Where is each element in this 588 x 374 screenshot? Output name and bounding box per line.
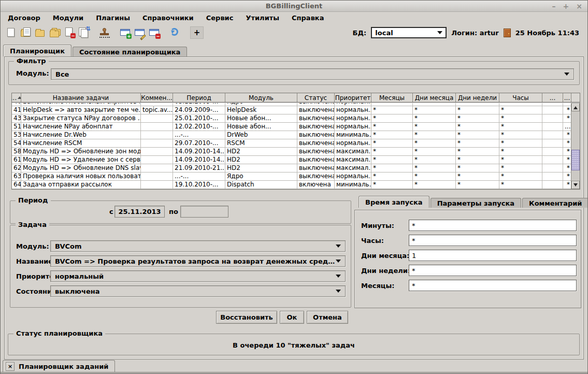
column-header-3[interactable]: Период (173, 93, 225, 102)
main-tab-0[interactable]: Планировщик (3, 45, 71, 56)
minimize-button[interactable]: – (552, 3, 556, 10)
schedule-tab-0[interactable]: Время запуска (358, 196, 429, 208)
paste-document-icon[interactable]: ⇅ (77, 26, 91, 39)
table-cell: * (563, 164, 571, 172)
table-cell: 19.10.2010-... (173, 181, 225, 189)
table-cell: * (371, 181, 413, 189)
table-row[interactable]: 51Начисление NPay абонплат12.02.2010-...… (12, 123, 571, 131)
ok-button[interactable]: Ок (280, 311, 304, 324)
stamp-icon[interactable] (98, 26, 111, 39)
new-document-icon[interactable] (5, 26, 18, 39)
delete-window-icon[interactable]: − (148, 26, 161, 39)
table-row[interactable]: 63Проверка наличия новых пользоват......… (12, 172, 571, 181)
column-header-1[interactable]: Название задачи (21, 93, 141, 102)
maximize-button[interactable]: + (563, 3, 569, 10)
table-cell: * (563, 181, 571, 189)
schedule-field-input-1[interactable]: * (409, 235, 577, 246)
table-cell: максимал... (335, 164, 371, 172)
close-button[interactable]: × (576, 3, 582, 10)
table-scrollbar[interactable] (571, 103, 580, 189)
table-row[interactable]: 62Модуль HD => Обновление DNS slav...21.… (12, 164, 571, 172)
scrollbar-thumb[interactable] (571, 150, 580, 170)
menu-item-1[interactable]: Модули (47, 13, 90, 23)
menu-item-3[interactable]: Справочники (136, 13, 200, 23)
table-cell: * (456, 156, 499, 164)
copy-document-icon[interactable] (19, 26, 33, 39)
toolbar: −⇅+− + БД: local Логин: artur 25 Ноябрь … (1, 24, 587, 41)
schedule-field-input-2[interactable]: 1 (409, 250, 577, 261)
schedule-tab-1[interactable]: Параметры запуска (431, 198, 521, 208)
period-from-field[interactable]: 25.11.2013 (114, 206, 165, 218)
table-cell (141, 114, 173, 123)
table-cell: Задача отправки рассылок (21, 181, 141, 189)
main-tab-1[interactable]: Состояние планировщика (73, 47, 187, 56)
cancel-button[interactable]: Отмена (307, 311, 348, 324)
table-cell (141, 139, 173, 148)
menu-item-4[interactable]: Сервис (200, 13, 240, 23)
table-row[interactable]: 54Начисление RSCM29.07.2010-...RSCMвыклю… (12, 139, 571, 148)
column-header-6[interactable]: Приоритет (335, 93, 371, 102)
filter-module-select[interactable]: Все (51, 68, 574, 80)
column-header-4[interactable]: Модуль (225, 93, 297, 102)
table-cell: * (456, 164, 499, 172)
column-header-label: Модуль (249, 94, 274, 102)
bottom-tab-scheduler[interactable]: × Планировщик заданий (3, 360, 115, 372)
open-folder-icon[interactable] (34, 26, 47, 39)
edit-window-icon[interactable] (133, 26, 147, 39)
table-cell: Ядро (225, 172, 297, 181)
table-cell (542, 123, 563, 131)
task-module-select[interactable]: BVCom (50, 240, 346, 252)
column-header-8[interactable]: Дни месяца (413, 93, 456, 102)
menu-item-6[interactable]: Справка (285, 13, 330, 23)
add-window-icon[interactable]: + (119, 26, 132, 39)
exit-door-icon[interactable] (504, 28, 511, 37)
table-cell: * (499, 139, 542, 148)
filter-group: Фильтр Модуль: Все (8, 61, 580, 85)
column-header-10[interactable]: Часы (499, 93, 542, 102)
task-legend: Задача (16, 221, 49, 228)
table-row[interactable]: 43Закрытие статуса NPay договоров ...25.… (12, 114, 571, 123)
column-header-7[interactable]: Месяцы (371, 93, 413, 102)
db-select[interactable]: local (371, 27, 447, 38)
table-row[interactable]: 53Начисление Dr.Web...-...DrWebвыключена… (12, 131, 571, 139)
restore-button[interactable]: Восстановить (216, 311, 277, 324)
table-cell (542, 131, 563, 139)
column-header-12[interactable]: ... (563, 93, 571, 102)
delete-document-icon[interactable]: − (63, 26, 76, 39)
period-to-field[interactable] (180, 206, 228, 218)
folders-icon[interactable] (48, 26, 62, 39)
table-cell: минималь... (335, 131, 371, 139)
table-row[interactable]: 41HelpDesk => авто закрытие тем че...top… (12, 106, 571, 114)
table-row[interactable]: 58Модуль HD => Обновление зон моду...14.… (12, 148, 571, 156)
table-cell: * (456, 172, 499, 181)
table-cell: 14.09.2010-14.... (173, 148, 225, 156)
schedule-field-input-0[interactable]: * (409, 220, 577, 231)
column-header-2[interactable]: Коммен... (141, 93, 173, 102)
schedule-field-input-4[interactable]: * (409, 280, 577, 291)
table-row[interactable]: 61Модуль HD => Удаление зон с серве...14… (12, 156, 571, 164)
table-cell: минималь... (335, 181, 371, 189)
column-header-label: ... (564, 94, 570, 102)
add-tab-button[interactable]: + (190, 26, 204, 39)
menu-item-0[interactable]: Договор (2, 13, 47, 23)
scroll-up-button[interactable] (571, 103, 580, 111)
task-priority-select[interactable]: нормальный (50, 270, 346, 282)
column-header-11[interactable]: ... (542, 93, 563, 102)
schedule-tab-2[interactable]: Комментарий (522, 198, 588, 208)
column-header-label: ... (12, 94, 17, 102)
column-header-9[interactable]: Дни недели (456, 93, 499, 102)
scroll-down-button[interactable] (571, 181, 580, 189)
column-header-0[interactable]: ... (12, 93, 21, 102)
table-cell: * (456, 123, 499, 131)
chevron-down-icon (564, 73, 569, 76)
refresh-icon[interactable] (168, 26, 182, 39)
task-name-select[interactable]: BVCom => Проверка результатов запроса на… (50, 255, 346, 267)
table-row[interactable]: 64Задача отправки рассылок19.10.2010-...… (12, 181, 571, 189)
task-state-select[interactable]: выключена (50, 285, 346, 297)
menu-item-5[interactable]: Утилиты (239, 13, 285, 23)
schedule-field-input-3[interactable]: * (409, 265, 577, 276)
column-header-5[interactable]: Статус (297, 93, 335, 102)
close-tab-button[interactable]: × (6, 362, 15, 371)
menu-item-2[interactable]: Плагины (90, 13, 136, 23)
column-header-label: Дни недели (458, 94, 497, 102)
